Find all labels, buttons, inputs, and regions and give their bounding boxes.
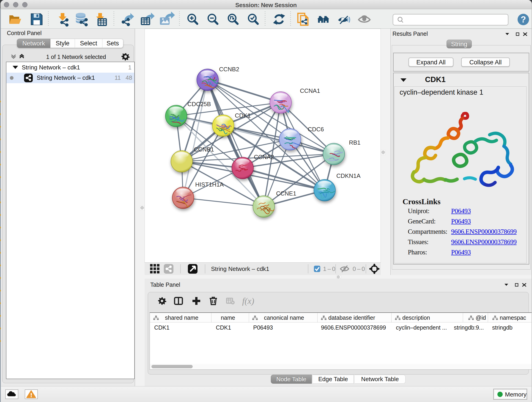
svg-text:CCNA2: CCNA2 [254, 153, 274, 160]
svg-text:0 – 0: 0 – 0 [353, 265, 365, 272]
svg-text:CCNB1: CCNB1 [194, 146, 214, 153]
svg-text:CDC6: CDC6 [308, 126, 324, 133]
svg-text:?: ? [520, 15, 526, 24]
svg-text:f(x): f(x) [242, 296, 254, 306]
svg-text:CCNE1: CCNE1 [276, 190, 296, 197]
svg-text:CDKN1A: CDKN1A [336, 172, 361, 179]
svg-text:CDC25B: CDC25B [187, 101, 211, 108]
svg-text:String Network – cdk1: String Network – cdk1 [211, 265, 269, 272]
svg-text:RB1: RB1 [349, 139, 361, 146]
svg-text:CCNB2: CCNB2 [219, 66, 239, 73]
svg-text:HIST1H1A: HIST1H1A [195, 181, 224, 188]
svg-text:CDK1: CDK1 [235, 112, 251, 119]
svg-text:1 – 0: 1 – 0 [323, 265, 336, 272]
svg-text:CCNA1: CCNA1 [300, 87, 320, 94]
